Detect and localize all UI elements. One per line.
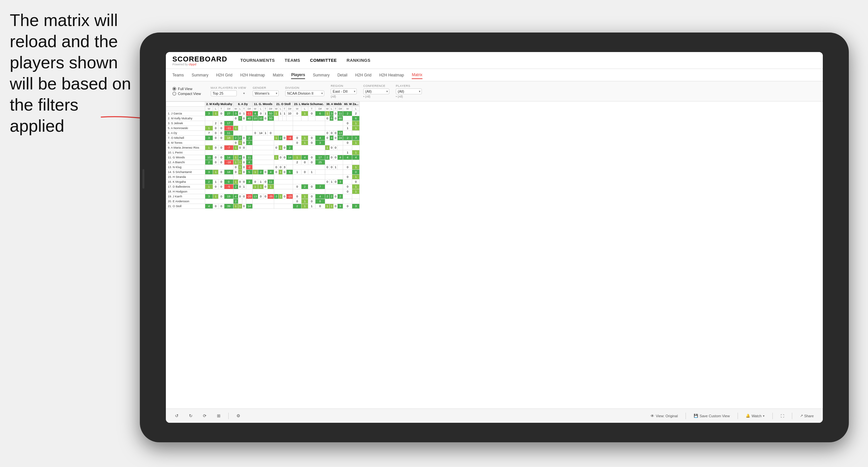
r19c11: 0 <box>264 194 267 199</box>
conference-select[interactable]: (All) <box>363 89 389 94</box>
undo-button[interactable]: ↺ <box>173 412 181 419</box>
subnav-summary[interactable]: Summary <box>191 71 208 79</box>
subnav-summary2[interactable]: Summary <box>313 71 330 79</box>
subnav-h2h-grid[interactable]: H2H Grid <box>216 71 232 79</box>
r5c25: 1 <box>343 126 352 131</box>
r2c11: 0 <box>264 116 267 121</box>
r12-c6 <box>325 160 343 165</box>
r12c1: 2 <box>205 160 213 165</box>
r16c4: 0 <box>224 180 234 184</box>
redo-icon: ↻ <box>189 413 192 418</box>
sub-nav: Teams Summary H2H Grid H2H Heatmap Matri… <box>166 69 823 81</box>
r12c3: 0 <box>219 160 224 165</box>
r9c21: 1 <box>325 145 330 150</box>
region-label: Region <box>331 84 357 88</box>
r8c17: 0 <box>293 141 302 145</box>
division-label: Division <box>285 86 324 89</box>
subnav-matrix2[interactable]: Matrix <box>412 71 423 79</box>
r3c25: 0 <box>343 121 352 126</box>
col21-w: W <box>274 107 279 111</box>
r8c8: 2 <box>246 141 252 145</box>
r21c3: 0 <box>219 204 224 209</box>
r11c22: 0 <box>330 155 334 160</box>
r14c5: 0 <box>234 170 238 175</box>
r3c2: 2 <box>213 121 219 126</box>
col-header-38: 38. A Webb <box>325 102 343 107</box>
share-button[interactable]: ↗ Share <box>798 412 816 419</box>
watch-button[interactable]: 🔔 Watch ▾ <box>743 412 767 419</box>
subnav-players[interactable]: Players <box>291 71 305 79</box>
r11c24: 4 <box>338 155 343 160</box>
r1c15: 1 <box>283 111 286 116</box>
r19c26 <box>352 194 360 199</box>
share-icon: ↗ <box>800 414 803 418</box>
main-nav: TOURNAMENTS TEAMS COMMITTEE RANKINGS <box>240 57 370 64</box>
row-3-name: 3. S Jelinek <box>166 121 205 126</box>
players-select[interactable]: (All) <box>396 89 422 94</box>
filter-gender: Gender Women's Men's <box>253 86 279 96</box>
r5-c3 <box>252 126 274 131</box>
refresh-button[interactable]: ⟳ <box>200 412 209 419</box>
view-original-label: View: Original <box>656 414 678 418</box>
r21c20: 0 <box>315 204 325 209</box>
view-original-button[interactable]: 👁 View: Original <box>648 412 680 419</box>
col38-dif: Dif <box>338 107 343 111</box>
settings-button[interactable]: ⚙ <box>234 412 243 419</box>
matrix-container[interactable]: 2. M Kelly Mulcahy 6. A Dy 11. G. Woods … <box>166 101 823 408</box>
region-select-wrapper: East - DII (All) <box>331 88 357 94</box>
subnav-detail[interactable]: Detail <box>337 71 347 79</box>
r19c17: 0 <box>293 194 302 199</box>
r14c2: 1 <box>213 170 219 175</box>
r11-self <box>252 155 274 160</box>
r9c3: 0 <box>219 145 224 150</box>
redo-button[interactable]: ↻ <box>186 412 195 419</box>
gender-select[interactable]: Women's Men's <box>253 90 279 96</box>
nav-tournaments[interactable]: TOURNAMENTS <box>240 57 275 64</box>
r13c26: 1 <box>352 165 360 170</box>
r1c25: 2 <box>343 111 352 116</box>
r1c5: 3 <box>234 111 238 116</box>
region-select[interactable]: East - DII (All) <box>331 89 357 94</box>
compact-view-option[interactable]: Compact View <box>173 92 201 96</box>
r21c25: 0 <box>343 204 352 209</box>
r1c12: 50 <box>267 111 274 116</box>
r1c20: 6 <box>315 111 325 116</box>
table-row: 11. G Woods 100014 14011 10014 14017 200… <box>166 155 360 160</box>
max-players-select[interactable]: Top 25 Top 10 Top 50 <box>211 90 237 96</box>
settings-icon: ⚙ <box>237 413 240 418</box>
compact-view-radio[interactable] <box>173 92 176 96</box>
subnav-h2h-heatmap[interactable]: H2H Heatmap <box>240 71 265 79</box>
full-view-radio[interactable] <box>173 87 176 91</box>
subnav-teams[interactable]: Teams <box>173 71 184 79</box>
r1c14: 1 <box>279 111 283 116</box>
r2c21: 0 <box>325 116 330 121</box>
subnav-h2h-grid2[interactable]: H2H Grid <box>355 71 371 79</box>
undo-icon: ↺ <box>175 413 179 418</box>
zoom-fit-button[interactable]: ⊞ <box>214 412 223 419</box>
nav-teams[interactable]: TEAMS <box>285 57 300 64</box>
expand-button[interactable]: ⛶ <box>778 413 787 419</box>
save-custom-view-button[interactable]: 💾 Save Custom View <box>691 412 733 419</box>
r17c18: 2 <box>302 184 308 189</box>
filter-players: Players (All) • (All) <box>396 84 422 98</box>
r2c23: 0 <box>334 116 338 121</box>
subnav-matrix[interactable]: Matrix <box>273 71 284 79</box>
r7c7: 0 <box>242 135 246 141</box>
full-view-option[interactable]: Full View <box>173 87 201 91</box>
r16c12: 11 <box>267 180 274 184</box>
table-row: 13. N Klug 010-2 003 001 01 <box>166 165 360 170</box>
col38-t: T <box>334 107 338 111</box>
nav-committee[interactable]: COMMITTEE <box>310 57 337 64</box>
r8c26: 1 <box>352 141 360 145</box>
division-select[interactable]: NCAA Division II NCAA Division I <box>285 90 324 96</box>
r19c18: 1 <box>302 194 308 199</box>
r2c7: 0 <box>242 116 246 121</box>
r2c15 <box>283 116 286 121</box>
subnav-h2h-heatmap2[interactable]: H2H Heatmap <box>379 71 404 79</box>
table-row: 17. D Ballesteros 100-5 201 1101 0207 01 <box>166 184 360 189</box>
conference-select-wrapper: (All) <box>363 88 389 94</box>
zoom-icon: ⊞ <box>217 413 220 418</box>
r11c13: 1 <box>274 155 279 160</box>
nav-rankings[interactable]: RANKINGS <box>347 57 370 64</box>
r10c26: 1 <box>352 150 360 155</box>
